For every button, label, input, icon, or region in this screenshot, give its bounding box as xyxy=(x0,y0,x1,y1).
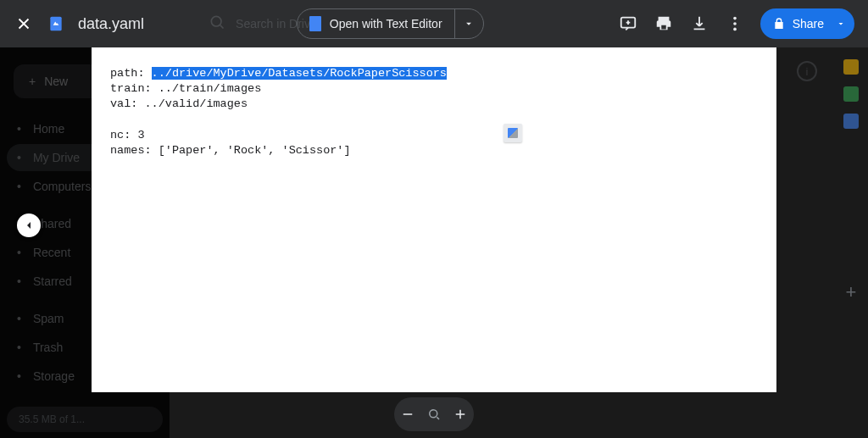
svg-rect-6 xyxy=(403,413,412,415)
open-with-group: Open with Text Editor xyxy=(297,8,484,39)
sidebar-item-label: My Drive xyxy=(33,151,80,164)
rail-app-contacts[interactable] xyxy=(843,114,859,129)
home-icon: • xyxy=(17,122,21,136)
share-button[interactable]: Share xyxy=(760,8,854,39)
info-button[interactable]: i xyxy=(797,61,817,81)
zoom-reset-button[interactable] xyxy=(426,407,442,422)
text-editor-icon xyxy=(309,16,321,31)
spam-icon: • xyxy=(17,312,21,325)
computers-icon: • xyxy=(17,180,21,193)
comment-add-icon xyxy=(619,14,637,33)
add-comment-button[interactable] xyxy=(618,14,638,34)
search-icon xyxy=(209,14,225,34)
file-line: nc: 3 xyxy=(110,128,758,143)
sidebar-item-label: Trash xyxy=(33,341,63,354)
close-icon xyxy=(14,14,33,33)
recent-icon: • xyxy=(17,246,21,259)
filename-label: data.yaml xyxy=(78,15,144,33)
file-line: val: ../valid/images xyxy=(110,97,758,112)
storage-used: 35.5 MB of 1... xyxy=(7,407,163,432)
zoom-toolbar xyxy=(394,397,474,431)
svg-point-4 xyxy=(733,22,737,25)
chevron-left-icon xyxy=(22,219,36,232)
chevron-down-icon xyxy=(836,19,846,29)
sidebar-item-label: Computers xyxy=(33,180,91,193)
sidebar-item-label: Home xyxy=(33,122,64,136)
svg-point-5 xyxy=(733,28,737,31)
main-area: + New •Home•My Drive•Computers•Shared•Re… xyxy=(0,47,868,438)
translate-icon[interactable] xyxy=(504,124,522,142)
file-type-icon xyxy=(47,15,64,32)
print-icon xyxy=(654,14,673,33)
lock-icon xyxy=(772,17,786,30)
sidebar-item-label: Storage xyxy=(33,369,75,383)
new-label: New xyxy=(44,75,68,88)
document-viewer[interactable]: path: ../drive/MyDrive/Datasets/RockPape… xyxy=(92,47,776,392)
share-label: Share xyxy=(793,17,824,30)
more-button[interactable] xyxy=(725,14,745,34)
more-vert-icon xyxy=(726,14,744,33)
file-content: path: ../drive/MyDrive/Datasets/RockPape… xyxy=(110,66,758,158)
open-with-button[interactable]: Open with Text Editor xyxy=(298,9,454,38)
file-line: train: ../train/images xyxy=(110,81,758,97)
file-line xyxy=(110,113,758,128)
file-line: path: ../drive/MyDrive/Datasets/RockPape… xyxy=(110,66,758,81)
topbar: data.yaml Search in Drive Open with Text… xyxy=(0,0,868,47)
zoom-in-button[interactable] xyxy=(453,407,468,422)
plus-icon xyxy=(453,407,468,422)
zoom-out-button[interactable] xyxy=(400,407,415,422)
search-area: Search in Drive xyxy=(209,14,317,34)
svg-point-3 xyxy=(733,17,737,20)
file-line: names: ['Paper', 'Rock', 'Scissor'] xyxy=(110,143,758,158)
svg-rect-9 xyxy=(460,410,462,419)
storage-icon: • xyxy=(17,369,21,383)
selected-text: ../drive/MyDrive/Datasets/RockPaperSciss… xyxy=(152,67,447,80)
sidebar-item-label: Spam xyxy=(33,312,64,325)
svg-point-1 xyxy=(211,16,221,26)
rail-app-tasks[interactable] xyxy=(843,86,859,102)
right-rail: + xyxy=(834,47,868,438)
star-icon: • xyxy=(17,274,21,288)
sidebar-item-label: Recent xyxy=(33,246,70,259)
drive-icon: • xyxy=(17,151,21,164)
chevron-down-icon xyxy=(463,18,475,30)
open-with-label: Open with Text Editor xyxy=(330,17,442,30)
topbar-actions: Share xyxy=(618,8,854,39)
zoom-icon xyxy=(426,407,442,422)
trash-icon: • xyxy=(17,341,21,354)
print-button[interactable] xyxy=(654,14,674,34)
sidebar-item-label: Starred xyxy=(33,274,72,288)
minus-icon xyxy=(400,407,415,422)
search-placeholder: Search in Drive xyxy=(236,17,317,30)
rail-app-keep[interactable] xyxy=(843,59,859,75)
download-icon xyxy=(690,14,709,33)
plus-icon: + xyxy=(29,75,36,88)
download-button[interactable] xyxy=(689,14,709,34)
close-button[interactable] xyxy=(14,14,34,34)
open-with-dropdown[interactable] xyxy=(454,9,483,38)
svg-point-7 xyxy=(430,410,437,418)
rail-add-button[interactable]: + xyxy=(834,281,868,303)
collapse-sidebar-button[interactable] xyxy=(17,213,41,237)
